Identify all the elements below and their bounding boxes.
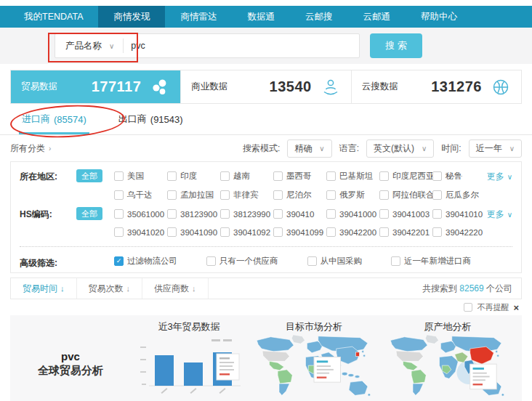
region-checkbox[interactable]: 美国 [114, 169, 167, 183]
region-checkbox[interactable]: 印度 [167, 169, 220, 183]
region-checkbox[interactable]: 乌干达 [114, 190, 167, 200]
checkbox-icon[interactable] [273, 227, 283, 237]
dismiss-checkbox[interactable] [464, 303, 472, 312]
hs-checkbox[interactable]: 38123900 [167, 207, 220, 221]
hs-checkbox[interactable]: 39041092 [220, 227, 273, 237]
hs-checkbox[interactable]: 39041020 [114, 227, 167, 237]
region-checkbox[interactable]: 阿拉伯联合... [379, 190, 432, 200]
advanced-checkbox-single-supplier[interactable]: 只有一个供应商 [206, 256, 278, 267]
hs-checkbox[interactable]: 38123990 [220, 207, 273, 221]
checkbox-icon[interactable] [432, 190, 442, 200]
checkbox-icon[interactable] [220, 227, 230, 237]
checkbox-icon[interactable] [326, 190, 336, 200]
sort-supplier-count[interactable]: 供应商数 ↓ [142, 278, 209, 299]
hs-checkbox[interactable]: 39041010 [432, 207, 485, 221]
region-checkbox[interactable]: 巴基斯坦 [326, 169, 379, 183]
nav-item-cloud-mail-pass[interactable]: 云邮通 [347, 6, 406, 28]
checkbox-icon[interactable] [206, 256, 216, 266]
hs-more-link[interactable]: 更多 ∨ [487, 207, 512, 221]
checkbox-checked-icon[interactable]: ✓ [114, 256, 124, 266]
time-select[interactable]: 近一年 ∨ [469, 139, 522, 158]
hs-checkbox[interactable]: 35061000 [114, 207, 167, 221]
region-all-button[interactable]: 全部 [76, 169, 102, 182]
checkbox-icon[interactable] [220, 209, 230, 219]
stat-trade-data[interactable]: 贸易数据 177117 [11, 70, 180, 103]
advanced-checkbox-buy-from-china[interactable]: 从中国采购 [307, 256, 363, 267]
hs-checkbox[interactable]: 39042201 [379, 227, 432, 237]
search-category-select[interactable]: 产品名称 ∨ [55, 40, 123, 52]
checkbox-icon[interactable] [307, 256, 317, 266]
checkbox-icon[interactable] [432, 171, 442, 181]
close-icon[interactable]: × [513, 302, 519, 313]
nav-item-cloud-mail-search[interactable]: 云邮搜 [290, 6, 348, 28]
checkbox-icon[interactable] [114, 171, 124, 181]
checkbox-icon[interactable] [273, 171, 283, 181]
checkbox-icon[interactable] [114, 209, 124, 219]
advanced-checkbox-filter-logistics[interactable]: ✓ 过滤物流公司 [114, 256, 177, 267]
region-checkbox[interactable]: 越南 [220, 169, 273, 183]
region-checkbox[interactable]: 秘鲁 [432, 169, 485, 183]
hs-checkbox[interactable]: 39041090 [167, 227, 220, 237]
sort-desc-icon: ↓ [192, 284, 196, 293]
checkbox-icon[interactable] [220, 171, 230, 181]
search-input[interactable] [124, 41, 359, 51]
region-checkbox[interactable]: 厄瓜多尔 [432, 190, 485, 200]
checkbox-icon[interactable] [273, 190, 283, 200]
checkbox-icon[interactable] [167, 171, 177, 181]
checkbox-icon[interactable] [379, 227, 389, 237]
checkbox-icon[interactable] [167, 209, 177, 219]
region-checkbox[interactable]: 孟加拉国 [167, 190, 220, 200]
analysis-banner[interactable]: 近3年贸易数据 目标市场分析 原产地分析 pvc 全球贸易分析 [10, 315, 522, 401]
sort-trade-time[interactable]: 贸易时间 ↓ [11, 278, 77, 299]
tab-exporters[interactable]: 出口商 (91543) [118, 104, 183, 134]
checkbox-icon[interactable] [326, 209, 336, 219]
region-checkbox[interactable]: 俄罗斯 [326, 190, 379, 200]
stat-cloud-search-data[interactable]: 云搜数据 131276 [351, 70, 521, 103]
checkbox-icon[interactable] [379, 171, 389, 181]
language-select[interactable]: 英文(默认) ∨ [366, 139, 434, 158]
nav-item-data-pass[interactable]: 数据通 [232, 6, 290, 28]
checkbox-icon[interactable] [167, 227, 177, 237]
advanced-checkbox-new-importers[interactable]: 近一年新增进口商 [391, 256, 471, 267]
chevron-down-icon: ∨ [509, 145, 515, 153]
region-checkbox[interactable]: 印度尼西亚 [379, 169, 432, 183]
chevron-down-icon: ∨ [422, 145, 427, 153]
target-market-map [247, 332, 381, 401]
checkbox-icon[interactable] [167, 190, 177, 200]
region-more-link[interactable]: 更多 ∨ [487, 169, 512, 183]
sort-trade-count[interactable]: 贸易次数 ↓ [77, 278, 143, 299]
nav-item-help-center[interactable]: 帮助中心 [406, 6, 472, 28]
checkbox-icon[interactable] [273, 209, 283, 219]
hs-checkbox[interactable]: 39041000 [326, 207, 379, 221]
region-checkbox[interactable]: 菲律宾 [220, 190, 273, 200]
tab-importers[interactable]: 进口商 (85574) [22, 104, 86, 134]
all-categories-link[interactable]: 所有分类 › [10, 142, 51, 155]
checkbox-icon[interactable] [326, 227, 336, 237]
nav-item-business-discovery[interactable]: 商情发现 [98, 6, 165, 28]
globe-icon [491, 77, 511, 97]
region-checkbox[interactable]: 墨西哥 [273, 169, 326, 183]
checkbox-icon[interactable] [432, 227, 442, 237]
stats-bar: 贸易数据 177117 商业数据 13540 云搜数据 131276 [10, 70, 522, 104]
checkbox-icon[interactable] [379, 209, 389, 219]
hs-all-button[interactable]: 全部 [76, 207, 102, 220]
hs-checkbox[interactable]: 390410 [273, 207, 326, 221]
search-button[interactable]: 搜 索 [370, 33, 422, 58]
hs-checkbox[interactable]: 39042200 [326, 227, 379, 237]
nav-item-my-tendata[interactable]: 我的TENDATA [9, 6, 98, 28]
checkbox-icon[interactable] [114, 190, 124, 200]
checkbox-icon[interactable] [220, 190, 230, 200]
checkbox-icon[interactable] [114, 227, 124, 237]
checkbox-icon[interactable] [326, 171, 336, 181]
checkbox-icon[interactable] [379, 190, 389, 200]
person-service-icon [321, 77, 341, 97]
hs-checkbox[interactable]: 39041099 [273, 227, 326, 237]
checkbox-icon[interactable] [432, 209, 442, 219]
checkbox-icon[interactable] [391, 256, 400, 266]
nav-item-business-radar[interactable]: 商情雷达 [165, 6, 232, 28]
hs-checkbox[interactable]: 39041003 [379, 207, 432, 221]
hs-checkbox[interactable]: 39042220 [432, 227, 485, 237]
region-checkbox[interactable]: 尼泊尔 [273, 190, 326, 200]
search-mode-select[interactable]: 精确 ∨ [287, 139, 331, 158]
stat-business-data[interactable]: 商业数据 13540 [180, 70, 350, 103]
